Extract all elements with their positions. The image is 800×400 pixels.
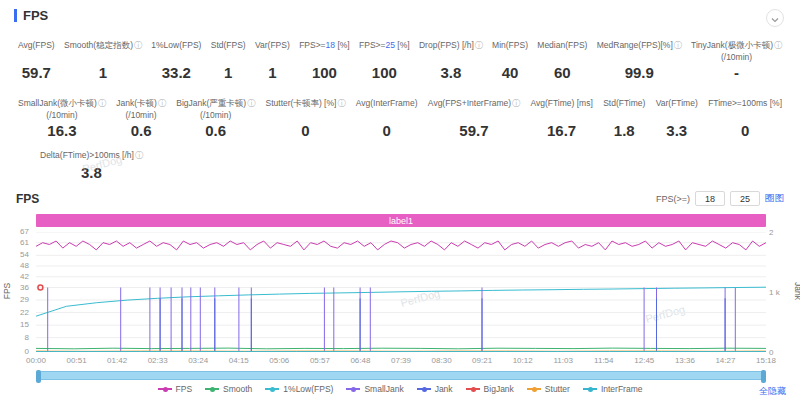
info-icon[interactable]: ⓘ — [98, 99, 106, 108]
metric-value: 1 — [211, 64, 246, 81]
legend-item-interframe[interactable]: InterFrame — [583, 384, 643, 394]
collapse-button[interactable] — [766, 9, 784, 27]
right-axis-ticks: 21 k0 — [769, 232, 795, 352]
metric-value: 100 — [359, 64, 410, 81]
metric-label: Var(FTime) — [656, 98, 698, 122]
legend-item-bigjank[interactable]: BigJank — [466, 384, 514, 394]
metric-value: 33.2 — [151, 64, 201, 81]
legend-label: Jank — [435, 384, 453, 394]
legend-label: BigJank — [484, 384, 514, 394]
x-axis-tick: 02:33 — [148, 356, 168, 365]
fps-threshold-input-2[interactable] — [730, 191, 760, 206]
y-axis-tick: 0 — [0, 347, 29, 356]
metric-label: TinyJank(极微小卡顿)ⓘ(/10min) — [691, 40, 782, 64]
header-accent-bar — [14, 9, 17, 22]
y-axis-tick: 42 — [0, 272, 29, 281]
metric-cell: FTime>=100ms [%]0 — [708, 98, 782, 139]
legend-item-1-low-fps-[interactable]: 1%Low(FPS) — [265, 384, 333, 394]
y-axis-tick: 8 — [0, 333, 29, 342]
y-axis-tick: 15 — [0, 320, 29, 329]
metric-value: 0 — [356, 122, 418, 139]
scrollbar-left-handle[interactable] — [36, 370, 41, 383]
banner-label: label1 — [389, 216, 413, 226]
x-axis-tick: 00:51 — [67, 356, 87, 365]
chart-controls: FPS(>=) 圈图 — [656, 191, 784, 206]
legend-item-smooth[interactable]: Smooth — [205, 384, 252, 394]
x-axis-tick: 09:21 — [472, 356, 492, 365]
info-icon[interactable]: ⓘ — [337, 99, 345, 108]
y-axis-tick: 67 — [0, 227, 29, 236]
metric-cell: FPS>=25 [%]100 — [359, 40, 410, 81]
legend-item-stutter[interactable]: Stutter — [527, 384, 570, 394]
metric-cell: FPS>=18 [%]100 — [299, 40, 350, 81]
metric-label: SmallJank(微小卡顿)ⓘ(/10min) — [18, 98, 106, 122]
x-axis-tick: 04:15 — [229, 356, 249, 365]
panel-title: FPS — [23, 8, 48, 23]
y-axis-tick-right: 1 k — [769, 288, 780, 297]
circle-chart-link[interactable]: 圈图 — [765, 192, 784, 205]
x-axis-tick: 05:57 — [310, 356, 330, 365]
info-icon[interactable]: ⓘ — [512, 99, 520, 108]
metric-value: 0 — [708, 122, 782, 139]
metric-label: Min(FPS) — [492, 40, 528, 64]
metric-cell: TinyJank(极微小卡顿)ⓘ(/10min)- — [691, 40, 782, 81]
metric-cell: Var(FTime)3.3 — [656, 98, 698, 139]
legend-marker — [583, 388, 597, 390]
metric-cell: Jank(卡顿)ⓘ(/10min)0.6 — [116, 98, 166, 139]
x-axis-tick: 12:45 — [634, 356, 654, 365]
info-icon[interactable]: ⓘ — [475, 41, 483, 50]
metric-label: 1%Low(FPS) — [151, 40, 201, 64]
metric-label-unit: (/10min) — [18, 110, 106, 121]
info-icon[interactable]: ⓘ — [158, 99, 166, 108]
metric-cell: Delta(FTime)>100ms [/h]ⓘ3.8 — [40, 150, 143, 181]
metric-value: 1.8 — [603, 122, 645, 139]
legend-label: 1%Low(FPS) — [283, 384, 333, 394]
fps-chart[interactable] — [36, 232, 766, 352]
legend-label: Stutter — [545, 384, 570, 394]
legend-item-fps[interactable]: FPS — [158, 384, 193, 394]
legend-marker — [466, 388, 480, 390]
x-axis-tick: 15:18 — [756, 356, 776, 365]
y-axis-tick: 48 — [0, 261, 29, 270]
metric-label: Std(FTime) — [603, 98, 645, 122]
legend-marker — [417, 388, 431, 390]
info-icon[interactable]: ⓘ — [774, 41, 782, 50]
metric-cell: Min(FPS)40 — [492, 40, 528, 81]
metric-label-unit: (/10min) — [116, 110, 166, 121]
fps-threshold-input-1[interactable] — [695, 191, 725, 206]
metric-cell: Median(FPS)60 — [537, 40, 587, 81]
metric-value: 16.3 — [18, 122, 106, 139]
y-axis-tick: 29 — [0, 295, 29, 304]
metric-label: Jank(卡顿)ⓘ(/10min) — [116, 98, 166, 122]
metric-value: 0.6 — [116, 122, 166, 139]
legend-item-jank[interactable]: Jank — [417, 384, 453, 394]
info-icon[interactable]: ⓘ — [134, 41, 142, 50]
metric-cell: Std(FTime)1.8 — [603, 98, 645, 139]
metric-cell: Std(FPS)1 — [211, 40, 246, 81]
x-axis-tick: 07:39 — [391, 356, 411, 365]
perfdog-fps-panel: FPS Avg(FPS)59.7Smooth(稳定指数)ⓘ11%Low(FPS)… — [0, 0, 800, 400]
metric-label: Avg(InterFrame) — [356, 98, 418, 122]
chart-series-banner: label1 — [36, 214, 766, 227]
legend-label: Smooth — [223, 384, 252, 394]
x-axis-tick: 14:27 — [715, 356, 735, 365]
info-icon[interactable]: ⓘ — [674, 41, 682, 50]
x-axis-tick: 06:48 — [350, 356, 370, 365]
legend-marker — [346, 388, 360, 390]
metric-cell: Avg(InterFrame)0 — [356, 98, 418, 139]
metric-value: 0 — [266, 122, 346, 139]
legend-item-smalljank[interactable]: SmallJank — [346, 384, 403, 394]
metric-label: Var(FPS) — [255, 40, 290, 64]
fps-threshold-label: FPS(>=) — [656, 194, 690, 204]
info-icon[interactable]: ⓘ — [135, 151, 143, 160]
metric-label: Median(FPS) — [537, 40, 587, 64]
y-axis-tick-right: 2 — [769, 228, 773, 237]
scrollbar-right-handle[interactable] — [761, 370, 766, 383]
legend-marker — [205, 388, 219, 390]
metric-cell: Stutter(卡顿率) [%]ⓘ0 — [266, 98, 346, 139]
info-icon[interactable]: ⓘ — [247, 99, 255, 108]
legend-marker — [265, 388, 279, 390]
chart-legend: FPSSmooth1%Low(FPS)SmallJankJankBigJankS… — [0, 384, 800, 394]
toggle-all-link[interactable]: 全隐藏 — [759, 385, 786, 398]
chart-scrollbar[interactable] — [36, 371, 766, 380]
